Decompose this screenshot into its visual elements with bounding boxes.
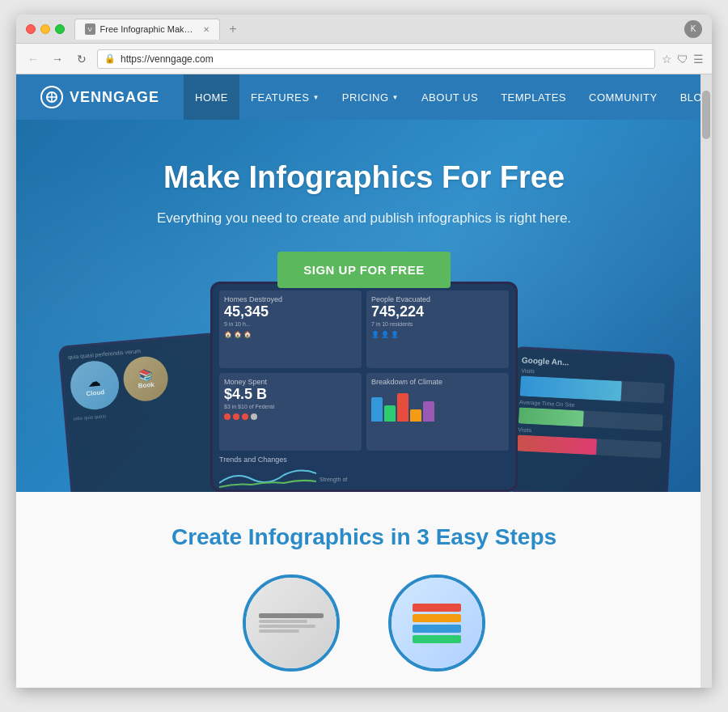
stat-people-number: 745,224 [371, 303, 504, 320]
website: VENNGAGE HOME FEATURES ▼ PRICING ▼ [16, 74, 712, 688]
address-bar: ← → ↻ 🔒 https://venngage.com ☆ 🛡 ☰ [16, 44, 712, 74]
step-1-icon [243, 574, 340, 672]
tab-close-icon[interactable]: ✕ [203, 25, 210, 34]
close-button[interactable] [26, 24, 36, 34]
book-label: 📚 Book [137, 368, 154, 390]
step-2 [388, 574, 485, 672]
trends-chart: Strength of [219, 467, 509, 490]
shield-icon[interactable]: 🛡 [677, 53, 688, 66]
book-circle: 📚 Book [121, 354, 170, 403]
step-2-icon [388, 574, 485, 672]
back-button[interactable]: ← [24, 50, 42, 68]
tab-favicon: V [85, 23, 95, 35]
visits-bar [520, 375, 665, 403]
stat-money-label: Money Spent [224, 378, 357, 386]
avg-time-bar-fill [518, 407, 584, 426]
site-nav: VENNGAGE HOME FEATURES ▼ PRICING ▼ [16, 74, 712, 120]
step-1 [243, 574, 340, 672]
url-text: https://venngage.com [121, 53, 214, 65]
new-tab-button[interactable]: + [225, 21, 241, 37]
newspaper-visual [251, 605, 332, 641]
features-dropdown-icon: ▼ [312, 94, 319, 101]
cloud-label: ☁ Cloud [85, 373, 105, 397]
stat-homes-sub: 9 in 10 h... [224, 320, 357, 328]
hero-subtitle: Everything you need to create and publis… [157, 208, 571, 229]
title-bar: V Free Infographic Maker - V ✕ + K [16, 15, 712, 44]
signup-button[interactable]: SIGN UP FOR FREE [277, 252, 450, 288]
step-2-inner [392, 578, 482, 668]
minimize-button[interactable] [40, 24, 50, 34]
stat-people-sub: 7 in 10 residents [371, 320, 504, 328]
hero-title: Make Infographics For Free [163, 160, 565, 195]
homes-icons: 🏠🏠🏠 [224, 331, 357, 338]
stat-homes: Homes Destroyed 45,345 9 in 10 h... 🏠🏠🏠 [219, 290, 362, 368]
address-actions: ☆ 🛡 ☰ [662, 53, 704, 66]
maximize-button[interactable] [55, 24, 65, 34]
nav-templates[interactable]: TEMPLATES [489, 74, 578, 120]
nav-pricing[interactable]: PRICING ▼ [331, 74, 410, 120]
visits-bar-fill [520, 375, 622, 400]
nav-menu: HOME FEATURES ▼ PRICING ▼ ABOUT US TEMPL [184, 74, 712, 120]
tablet-right: Google An... Visits Average Time On Site… [506, 346, 675, 492]
logo-text: VENNGAGE [70, 89, 159, 106]
active-tab[interactable]: V Free Infographic Maker - V ✕ [74, 19, 220, 40]
url-field[interactable]: 🔒 https://venngage.com [97, 49, 655, 69]
stat-breakdown: Breakdown of Climate [366, 373, 509, 451]
scrollbar-thumb[interactable] [702, 91, 710, 139]
star-icon[interactable]: ☆ [662, 53, 672, 66]
step-1-inner [246, 578, 336, 668]
steps-section: Create Infographics in 3 Easy Steps [16, 492, 712, 688]
nav-about-us[interactable]: ABOUT US [410, 74, 489, 120]
tab-area: V Free Infographic Maker - V ✕ + [74, 19, 684, 40]
nav-features[interactable]: FEATURES ▼ [239, 74, 331, 120]
forward-button[interactable]: → [49, 50, 66, 68]
tablet-main-content: Homes Destroyed 45,345 9 in 10 h... 🏠🏠🏠 … [213, 284, 515, 490]
breakdown-chart [371, 389, 504, 422]
logo[interactable]: VENNGAGE [40, 86, 159, 108]
left-tablet-circles: ☁ Cloud 📚 Book [69, 350, 232, 412]
cloud-circle: ☁ Cloud [69, 359, 121, 412]
nav-community[interactable]: COMMUNITY [578, 74, 669, 120]
lock-icon: 🔒 [104, 53, 116, 64]
stat-homes-number: 45,345 [224, 303, 357, 320]
stat-people: People Evacuated 745,224 7 in 10 residen… [366, 290, 509, 368]
tablet-main: Homes Destroyed 45,345 9 in 10 h... 🏠🏠🏠 … [210, 282, 518, 492]
stat-homes-label: Homes Destroyed [224, 295, 357, 303]
strength-label: Strength of [320, 477, 347, 482]
tablet-right-content: Google An... Visits Average Time On Site… [509, 349, 673, 492]
infographic-grid: Homes Destroyed 45,345 9 in 10 h... 🏠🏠🏠 … [219, 290, 509, 451]
traffic-lights [26, 24, 65, 34]
money-dots [224, 413, 357, 420]
stat-money: Money Spent $4.5 B $3 in $10 of Federal [219, 373, 362, 451]
tab-label: Free Infographic Maker - V [100, 24, 195, 34]
people-icons: 👤👤👤 [371, 331, 504, 338]
visits2-bar-fill [517, 434, 597, 455]
pricing-dropdown-icon: ▼ [392, 94, 399, 101]
browser-window: V Free Infographic Maker - V ✕ + K ← → ↻… [16, 15, 712, 688]
browser-content: VENNGAGE HOME FEATURES ▼ PRICING ▼ [16, 74, 712, 688]
logo-icon [40, 86, 63, 108]
refresh-button[interactable]: ↻ [73, 50, 91, 68]
stat-money-sub: $3 in $10 of Federal [224, 403, 357, 410]
steps-row [40, 574, 688, 672]
book-visual [413, 604, 461, 643]
menu-icon[interactable]: ☰ [693, 53, 704, 66]
stat-money-number: $4.5 B [224, 386, 357, 403]
nav-home[interactable]: HOME [184, 74, 239, 120]
tablets-area: quia quasi perferendis verum ☁ Cloud [16, 265, 712, 492]
breakdown-label: Breakdown of Climate [371, 378, 504, 386]
user-avatar: K [684, 20, 702, 38]
steps-title: Create Infographics in 3 Easy Steps [40, 524, 688, 550]
stat-people-label: People Evacuated [371, 295, 504, 303]
trends-title: Trends and Changes [219, 456, 509, 464]
hero-section: Make Infographics For Free Everything yo… [16, 120, 712, 492]
